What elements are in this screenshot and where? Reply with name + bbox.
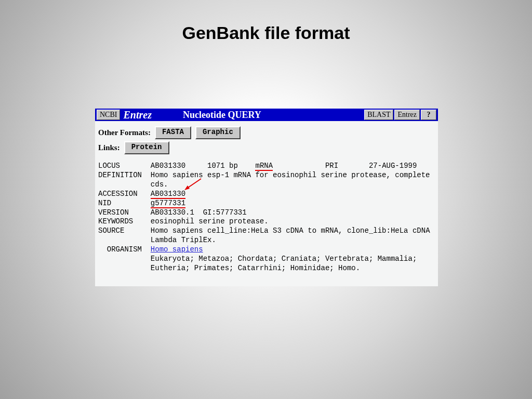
svg-line-0 <box>187 179 201 189</box>
locus-name: AB031330 <box>151 162 185 170</box>
keywords-value: eosinophil serine protease. <box>151 217 269 225</box>
definition-line1: Homo sapiens esp-1 mRNA for eosinophil s… <box>151 171 430 179</box>
locus-div: PRI <box>325 162 338 170</box>
source-line2: Lambda TriplEx. <box>151 236 216 244</box>
format-area: Other Formats: FASTA Graphic Links: Prot… <box>95 121 438 154</box>
keywords-key: KEYWORDS <box>98 217 133 225</box>
version-value: AB031330.1 GI:5777331 <box>151 208 247 217</box>
entrez-button[interactable]: Entrez <box>394 110 420 120</box>
slide-title: GenBank file format <box>0 0 532 43</box>
record-block: LOCUS AB031330 1071 bp mRNA PRI 27-AUG-1… <box>95 156 438 273</box>
source-line1: Homo sapiens cell_line:HeLa S3 cDNA to m… <box>151 227 430 235</box>
accession-key: ACCESSION <box>98 190 138 198</box>
topbar-title: Nucleotide QUERY <box>183 110 261 121</box>
ncbi-button[interactable]: NCBI <box>97 110 120 120</box>
source-key: SOURCE <box>98 227 124 235</box>
nid-value: g5777331 <box>151 199 185 208</box>
locus-moltype: mRNA <box>255 162 273 171</box>
protein-button[interactable]: Protein <box>124 141 169 154</box>
organism-link[interactable]: Homo sapiens <box>151 245 203 254</box>
fasta-button[interactable]: FASTA <box>155 126 191 139</box>
help-button[interactable]: ? <box>421 110 436 120</box>
blast-button[interactable]: BLAST <box>364 110 393 120</box>
other-formats-label: Other Formats: <box>98 128 151 137</box>
annotation-arrow-icon <box>183 177 204 193</box>
locus-key: LOCUS <box>98 162 120 170</box>
links-label: Links: <box>98 143 120 152</box>
definition-key: DEFINITION <box>98 171 142 179</box>
version-key: VERSION <box>98 208 129 217</box>
locus-len: 1071 bp <box>207 162 238 170</box>
graphic-button[interactable]: Graphic <box>195 126 241 139</box>
topbar: NCBI Entrez Nucleotide QUERY BLAST Entre… <box>95 109 438 121</box>
nid-key: NID <box>98 199 111 207</box>
locus-date: 27-AUG-1999 <box>369 162 417 170</box>
entrez-brand: Entrez <box>123 109 151 121</box>
accession-value: AB031330 <box>151 190 185 199</box>
taxonomy-line1: Eukaryota; Metazoa; Chordata; Craniata; … <box>151 255 417 263</box>
taxonomy-line2: Eutheria; Primates; Catarrhini; Hominida… <box>151 264 360 272</box>
genbank-panel: NCBI Entrez Nucleotide QUERY BLAST Entre… <box>95 109 438 286</box>
organism-key: ORGANISM <box>98 245 142 254</box>
definition-line2: cds. <box>151 180 168 189</box>
